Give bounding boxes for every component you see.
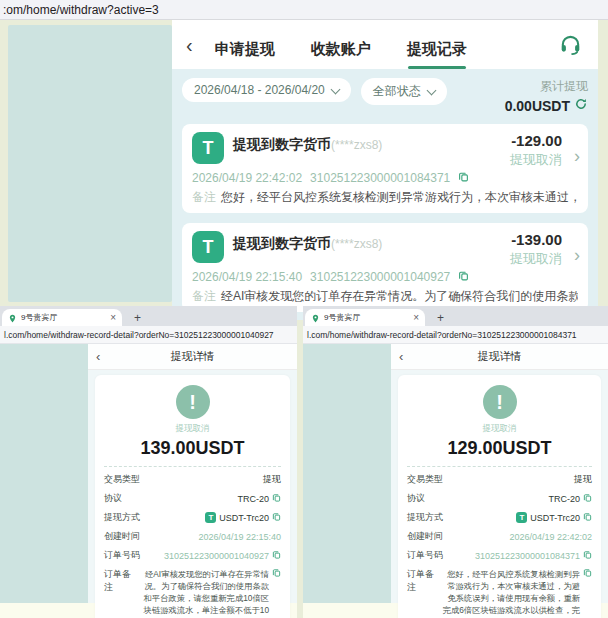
record-title: 提现到数字货币 bbox=[233, 235, 331, 251]
withdraw-page: ‹ 申请提现 收款账户 提现记录 2026/04/18 - 2026/04/20… bbox=[0, 20, 608, 306]
detail-amount: 129.00USDT bbox=[407, 438, 592, 459]
copy-icon[interactable] bbox=[583, 493, 592, 504]
tab-title: 9号贵宾厅 bbox=[324, 312, 413, 323]
tab-label: 收款账户 bbox=[311, 40, 371, 59]
record-order-no: 310251223000001084371 bbox=[310, 171, 450, 185]
record-status: 提现取消 bbox=[510, 151, 562, 169]
detail-row: 创建时间 2026/04/19 22:15:40 bbox=[104, 530, 281, 543]
row-label: 协议 bbox=[104, 492, 122, 505]
warning-icon: ! bbox=[483, 385, 517, 419]
date-range-value: 2026/04/18 - 2026/04/20 bbox=[194, 83, 325, 97]
row-value: 提现 bbox=[574, 473, 592, 486]
row-label: 提现方式 bbox=[407, 511, 443, 524]
status-filter-value: 全部状态 bbox=[373, 83, 421, 100]
detail-row: 提现方式 TUSDT-Trc20 bbox=[407, 511, 592, 524]
row-label: 交易类型 bbox=[407, 473, 443, 486]
back-icon[interactable]: ‹ bbox=[186, 35, 193, 55]
close-tab-icon[interactable]: × bbox=[110, 313, 116, 323]
page-content: ‹ 提现详情 ! 提现取消 139.00USDT 交易类型 提现 协议 TRC-… bbox=[0, 344, 297, 618]
customer-service-icon[interactable] bbox=[559, 33, 582, 56]
tab-bar: 申请提现 收款账户 提现记录 bbox=[215, 20, 467, 69]
withdraw-record-item[interactable]: T 提现到数字货币(****zxs8) -129.00 提现取消 › 2026/… bbox=[182, 124, 588, 213]
detail-row: 创建时间 2026/04/19 22:42:02 bbox=[407, 530, 592, 543]
remark-text: 经AI审核发现您的订单存在异常情况。为了确保符合我们的使用条款和... bbox=[221, 289, 578, 303]
status-filter[interactable]: 全部状态 bbox=[361, 78, 447, 105]
record-status: 提现取消 bbox=[510, 250, 562, 268]
date-range-filter[interactable]: 2026/04/18 - 2026/04/20 bbox=[182, 78, 351, 102]
withdraw-records-panel: ‹ 申请提现 收款账户 提现记录 2026/04/18 - 2026/04/20… bbox=[172, 20, 598, 306]
detail-row: 订单号码 310251223000001040927 bbox=[104, 549, 281, 562]
chevron-right-icon: › bbox=[574, 245, 580, 266]
row-label: 订单号码 bbox=[104, 549, 140, 562]
record-datetime: 2026/04/19 22:42:02 bbox=[192, 171, 302, 185]
page-backdrop-panel bbox=[303, 344, 391, 603]
detail-window-left: 9号贵宾厅 × + l.com/home/withdraw-record-det… bbox=[0, 306, 297, 618]
copy-icon[interactable] bbox=[458, 270, 469, 284]
tab-apply-withdraw[interactable]: 申请提现 bbox=[215, 20, 275, 69]
row-label: 订单号码 bbox=[407, 549, 443, 562]
favicon-icon bbox=[8, 309, 17, 327]
tether-icon: T bbox=[516, 512, 527, 523]
url-text: l.com/home/withdraw-record-detail?orderN… bbox=[0, 330, 274, 340]
detail-row: 提现方式 TUSDT-Trc20 bbox=[104, 511, 281, 524]
row-value: TRC-20 bbox=[548, 494, 580, 504]
filter-row: 2026/04/18 - 2026/04/20 全部状态 累计提现 0.00US… bbox=[182, 78, 588, 114]
close-tab-icon[interactable]: × bbox=[413, 313, 419, 323]
copy-icon[interactable] bbox=[583, 512, 592, 523]
browser-tab[interactable]: 9号贵宾厅 × bbox=[305, 309, 425, 326]
remark-label: 备注 bbox=[192, 289, 216, 303]
row-label: 订单备注 bbox=[407, 568, 441, 594]
tab-strip: 9号贵宾厅 × + bbox=[303, 306, 608, 326]
warning-icon: ! bbox=[176, 385, 210, 419]
row-value: 310251223000001040927 bbox=[164, 551, 269, 561]
detail-remark-row: 订单备注 您好，经平台风控系统复核检测到异常游戏行为，本次审核未通过，为避免系统… bbox=[407, 568, 592, 618]
withdraw-detail-page: ‹ 提现详情 ! 提现取消 129.00USDT 交易类型 提现 协议 TRC-… bbox=[391, 344, 608, 603]
copy-icon[interactable] bbox=[583, 568, 592, 579]
copy-icon[interactable] bbox=[583, 550, 592, 561]
detail-row: 协议 TRC-20 bbox=[104, 492, 281, 505]
url-bar[interactable]: l.com/home/withdraw-record-detail?orderN… bbox=[0, 326, 297, 344]
detail-status: 提现取消 bbox=[104, 423, 281, 435]
page-backdrop-panel bbox=[8, 25, 172, 302]
record-datetime: 2026/04/19 22:15:40 bbox=[192, 270, 302, 284]
detail-header: ‹ 提现详情 bbox=[88, 344, 297, 370]
tab-label: 提现记录 bbox=[407, 40, 467, 59]
copy-icon[interactable] bbox=[458, 171, 469, 185]
warning-glyph: ! bbox=[496, 391, 503, 414]
withdraw-record-item[interactable]: T 提现到数字货币(****zxs8) -139.00 提现取消 › 2026/… bbox=[182, 223, 588, 312]
new-tab-button[interactable]: + bbox=[134, 312, 141, 324]
remark-label: 备注 bbox=[192, 190, 216, 204]
row-label: 创建时间 bbox=[407, 530, 443, 543]
detail-card: ! 提现取消 139.00USDT 交易类型 提现 协议 TRC-20 提现方式… bbox=[95, 375, 290, 618]
copy-icon[interactable] bbox=[272, 550, 281, 561]
browser-url-bar[interactable]: :om/home/withdraw?active=3 bbox=[0, 0, 608, 20]
copy-icon[interactable] bbox=[272, 493, 281, 504]
total-withdraw-summary: 累计提现 0.00USDT bbox=[505, 78, 588, 114]
record-title: 提现到数字货币 bbox=[233, 136, 331, 152]
detail-window-right: 9号贵宾厅 × + l.com/home/withdraw-record-det… bbox=[303, 306, 608, 618]
row-value: USDT-Trc20 bbox=[530, 513, 580, 523]
tab-receiving-account[interactable]: 收款账户 bbox=[311, 20, 371, 69]
row-label: 交易类型 bbox=[104, 473, 140, 486]
page-backdrop-panel bbox=[0, 344, 88, 603]
total-withdraw-value: 0.00USDT bbox=[505, 98, 570, 114]
tab-label: 申请提现 bbox=[215, 40, 275, 59]
record-account: (****zxs8) bbox=[331, 237, 382, 251]
tab-withdraw-records[interactable]: 提现记录 bbox=[407, 20, 467, 69]
detail-amount: 139.00USDT bbox=[104, 438, 281, 459]
remark-text: 经AI审核发现您的订单存在异常情况。为了确保符合我们的使用条款和平台政策，请您重… bbox=[137, 568, 269, 618]
refresh-icon[interactable] bbox=[574, 97, 588, 114]
warning-glyph: ! bbox=[189, 391, 196, 414]
row-value: 2026/04/19 22:42:02 bbox=[509, 532, 592, 542]
row-label: 创建时间 bbox=[104, 530, 140, 543]
new-tab-button[interactable]: + bbox=[437, 312, 444, 324]
total-withdraw-label: 累计提现 bbox=[505, 78, 588, 95]
row-label: 订单备注 bbox=[104, 568, 137, 594]
copy-icon[interactable] bbox=[272, 512, 281, 523]
detail-row: 订单号码 310251223000001084371 bbox=[407, 549, 592, 562]
url-bar[interactable]: l.com/home/withdraw-record-detail?orderN… bbox=[303, 326, 608, 344]
chevron-down-icon bbox=[330, 84, 340, 94]
copy-icon[interactable] bbox=[272, 568, 281, 579]
browser-tab[interactable]: 9号贵宾厅 × bbox=[2, 309, 122, 326]
detail-row: 交易类型 提现 bbox=[407, 473, 592, 486]
